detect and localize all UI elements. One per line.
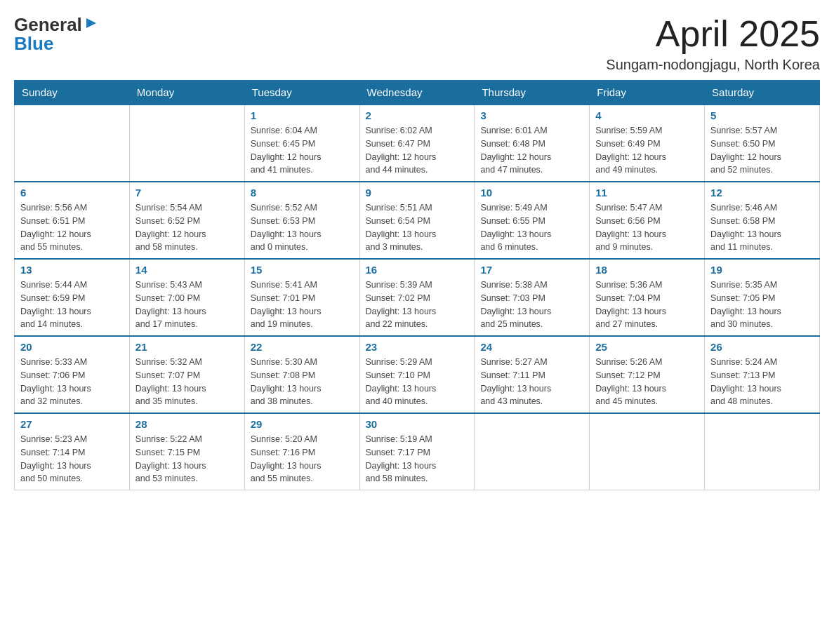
week-row-5: 27Sunrise: 5:23 AMSunset: 7:14 PMDayligh…: [15, 413, 820, 490]
day-number: 19: [710, 264, 814, 276]
day-cell: 10Sunrise: 5:49 AMSunset: 6:55 PMDayligh…: [475, 182, 590, 259]
calendar-table: SundayMondayTuesdayWednesdayThursdayFrid…: [14, 80, 820, 490]
day-info: Sunrise: 5:29 AMSunset: 7:10 PMDaylight:…: [366, 356, 469, 408]
day-number: 24: [480, 341, 583, 353]
day-cell: 4Sunrise: 5:59 AMSunset: 6:49 PMDaylight…: [590, 105, 705, 182]
month-title: April 2025: [606, 14, 820, 54]
day-number: 15: [251, 264, 354, 276]
day-info: Sunrise: 6:01 AMSunset: 6:48 PMDaylight:…: [480, 124, 583, 177]
day-number: 9: [366, 187, 469, 199]
day-cell: 21Sunrise: 5:32 AMSunset: 7:07 PMDayligh…: [129, 336, 244, 413]
day-info: Sunrise: 5:44 AMSunset: 6:59 PMDaylight:…: [20, 279, 124, 331]
day-info: Sunrise: 5:33 AMSunset: 7:06 PMDaylight:…: [20, 356, 124, 408]
day-info: Sunrise: 6:04 AMSunset: 6:45 PMDaylight:…: [251, 124, 354, 177]
week-row-1: 1Sunrise: 6:04 AMSunset: 6:45 PMDaylight…: [15, 105, 820, 182]
day-cell: 29Sunrise: 5:20 AMSunset: 7:16 PMDayligh…: [244, 413, 359, 490]
page-header: General Blue April 2025 Sungam-nodongjag…: [14, 14, 820, 73]
day-cell: [129, 105, 244, 182]
day-number: 5: [710, 109, 814, 121]
day-info: Sunrise: 5:49 AMSunset: 6:55 PMDaylight:…: [480, 201, 583, 254]
day-cell: 1Sunrise: 6:04 AMSunset: 6:45 PMDaylight…: [244, 105, 359, 182]
day-cell: 6Sunrise: 5:56 AMSunset: 6:51 PMDaylight…: [15, 182, 130, 259]
col-header-thursday: Thursday: [475, 81, 590, 105]
day-info: Sunrise: 5:20 AMSunset: 7:16 PMDaylight:…: [251, 433, 354, 485]
day-cell: 25Sunrise: 5:26 AMSunset: 7:12 PMDayligh…: [590, 336, 705, 413]
day-cell: 16Sunrise: 5:39 AMSunset: 7:02 PMDayligh…: [359, 259, 475, 336]
day-number: 10: [480, 187, 583, 199]
day-number: 27: [20, 418, 124, 430]
day-info: Sunrise: 5:46 AMSunset: 6:58 PMDaylight:…: [710, 201, 814, 254]
title-section: April 2025 Sungam-nodongjagu, North Kore…: [606, 14, 820, 73]
day-info: Sunrise: 5:26 AMSunset: 7:12 PMDaylight:…: [595, 356, 699, 408]
day-number: 25: [595, 341, 699, 353]
day-cell: [590, 413, 705, 490]
day-info: Sunrise: 5:30 AMSunset: 7:08 PMDaylight:…: [251, 356, 354, 408]
day-info: Sunrise: 5:47 AMSunset: 6:56 PMDaylight:…: [595, 201, 699, 254]
day-info: Sunrise: 5:27 AMSunset: 7:11 PMDaylight:…: [480, 356, 583, 408]
day-cell: 19Sunrise: 5:35 AMSunset: 7:05 PMDayligh…: [705, 259, 820, 336]
day-cell: 2Sunrise: 6:02 AMSunset: 6:47 PMDaylight…: [359, 105, 475, 182]
day-number: 7: [135, 187, 239, 199]
day-info: Sunrise: 5:57 AMSunset: 6:50 PMDaylight:…: [710, 124, 814, 177]
day-cell: 3Sunrise: 6:01 AMSunset: 6:48 PMDaylight…: [475, 105, 590, 182]
day-info: Sunrise: 5:41 AMSunset: 7:01 PMDaylight:…: [251, 279, 354, 331]
day-number: 22: [251, 341, 354, 353]
day-cell: 17Sunrise: 5:38 AMSunset: 7:03 PMDayligh…: [475, 259, 590, 336]
day-cell: 23Sunrise: 5:29 AMSunset: 7:10 PMDayligh…: [359, 336, 475, 413]
svg-marker-0: [86, 18, 96, 28]
day-cell: 26Sunrise: 5:24 AMSunset: 7:13 PMDayligh…: [705, 336, 820, 413]
day-cell: 7Sunrise: 5:54 AMSunset: 6:52 PMDaylight…: [129, 182, 244, 259]
day-number: 16: [366, 264, 469, 276]
day-number: 21: [135, 341, 239, 353]
day-info: Sunrise: 5:19 AMSunset: 7:17 PMDaylight:…: [366, 433, 469, 485]
day-cell: 15Sunrise: 5:41 AMSunset: 7:01 PMDayligh…: [244, 259, 359, 336]
day-info: Sunrise: 5:59 AMSunset: 6:49 PMDaylight:…: [595, 124, 699, 177]
day-cell: [475, 413, 590, 490]
day-cell: 13Sunrise: 5:44 AMSunset: 6:59 PMDayligh…: [15, 259, 130, 336]
day-info: Sunrise: 5:39 AMSunset: 7:02 PMDaylight:…: [366, 279, 469, 331]
day-number: 8: [251, 187, 354, 199]
day-cell: 11Sunrise: 5:47 AMSunset: 6:56 PMDayligh…: [590, 182, 705, 259]
day-cell: 5Sunrise: 5:57 AMSunset: 6:50 PMDaylight…: [705, 105, 820, 182]
logo-blue-text: Blue: [14, 33, 53, 55]
day-number: 3: [480, 109, 583, 121]
day-number: 29: [251, 418, 354, 430]
day-info: Sunrise: 5:36 AMSunset: 7:04 PMDaylight:…: [595, 279, 699, 331]
day-info: Sunrise: 5:22 AMSunset: 7:15 PMDaylight:…: [135, 433, 239, 485]
week-row-3: 13Sunrise: 5:44 AMSunset: 6:59 PMDayligh…: [15, 259, 820, 336]
day-number: 30: [366, 418, 469, 430]
day-cell: 14Sunrise: 5:43 AMSunset: 7:00 PMDayligh…: [129, 259, 244, 336]
day-cell: 22Sunrise: 5:30 AMSunset: 7:08 PMDayligh…: [244, 336, 359, 413]
day-info: Sunrise: 5:51 AMSunset: 6:54 PMDaylight:…: [366, 201, 469, 254]
day-number: 12: [710, 187, 814, 199]
day-number: 4: [595, 109, 699, 121]
day-info: Sunrise: 6:02 AMSunset: 6:47 PMDaylight:…: [366, 124, 469, 177]
day-info: Sunrise: 5:23 AMSunset: 7:14 PMDaylight:…: [20, 433, 124, 485]
day-number: 11: [595, 187, 699, 199]
day-info: Sunrise: 5:38 AMSunset: 7:03 PMDaylight:…: [480, 279, 583, 331]
day-cell: [705, 413, 820, 490]
day-number: 23: [366, 341, 469, 353]
day-number: 13: [20, 264, 124, 276]
day-number: 26: [710, 341, 814, 353]
day-cell: 12Sunrise: 5:46 AMSunset: 6:58 PMDayligh…: [705, 182, 820, 259]
col-header-tuesday: Tuesday: [244, 81, 359, 105]
day-info: Sunrise: 5:43 AMSunset: 7:00 PMDaylight:…: [135, 279, 239, 331]
day-cell: 9Sunrise: 5:51 AMSunset: 6:54 PMDaylight…: [359, 182, 475, 259]
day-cell: 18Sunrise: 5:36 AMSunset: 7:04 PMDayligh…: [590, 259, 705, 336]
day-info: Sunrise: 5:54 AMSunset: 6:52 PMDaylight:…: [135, 201, 239, 254]
day-number: 18: [595, 264, 699, 276]
day-info: Sunrise: 5:56 AMSunset: 6:51 PMDaylight:…: [20, 201, 124, 254]
col-header-wednesday: Wednesday: [359, 81, 475, 105]
day-number: 2: [366, 109, 469, 121]
calendar-header-row: SundayMondayTuesdayWednesdayThursdayFrid…: [15, 81, 820, 105]
week-row-2: 6Sunrise: 5:56 AMSunset: 6:51 PMDaylight…: [15, 182, 820, 259]
week-row-4: 20Sunrise: 5:33 AMSunset: 7:06 PMDayligh…: [15, 336, 820, 413]
day-cell: [15, 105, 130, 182]
day-info: Sunrise: 5:32 AMSunset: 7:07 PMDaylight:…: [135, 356, 239, 408]
col-header-monday: Monday: [129, 81, 244, 105]
day-cell: 30Sunrise: 5:19 AMSunset: 7:17 PMDayligh…: [359, 413, 475, 490]
day-number: 1: [251, 109, 354, 121]
day-info: Sunrise: 5:24 AMSunset: 7:13 PMDaylight:…: [710, 356, 814, 408]
logo: General Blue: [14, 14, 99, 55]
